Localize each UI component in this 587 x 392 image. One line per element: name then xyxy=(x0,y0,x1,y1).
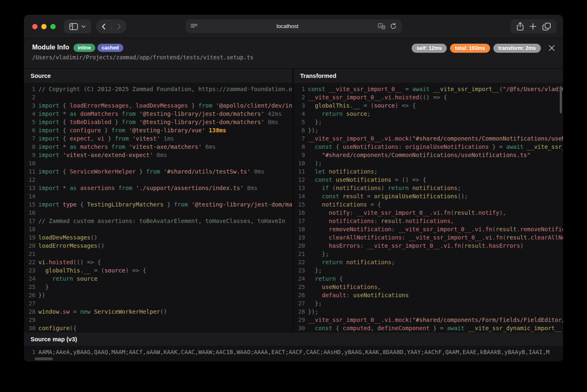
line-number: 29 xyxy=(294,316,305,324)
line-number: 27 xyxy=(24,299,35,307)
line-number: 12 xyxy=(24,176,35,184)
sourcemap-mappings: AAMA;AAeA,yBAAG,QAAQ,MAAM;AACf,aAAW,KAAK… xyxy=(38,348,549,356)
minimize-window-button[interactable] xyxy=(41,24,47,29)
line-number: 13 xyxy=(294,184,305,192)
nav-buttons xyxy=(96,19,127,33)
code-line: 5 }; xyxy=(294,118,563,126)
chevron-left-icon xyxy=(101,23,106,30)
code-line: 13 if (notifications) return notificatio… xyxy=(294,184,563,192)
code-line: 19 clearAllNotifications: __vite_ssr_imp… xyxy=(294,233,563,242)
line-number: 5 xyxy=(24,118,35,126)
code-line: 8 const { useNotifications: originalUseN… xyxy=(294,143,563,151)
source-code-view: 1// Copyright (C) 2012-2025 Zammad Found… xyxy=(24,83,292,332)
line-number: 7 xyxy=(24,134,35,143)
line-number: 21 xyxy=(24,250,35,258)
code-line: 16 notify: __vite_ssr_import_0__.vi.fn(r… xyxy=(294,209,563,217)
code-line: 7__vite_ssr_import_0__.vi.mock("#shared/… xyxy=(294,134,563,143)
code-line: 5import { toBeDisabled } from '@testing-… xyxy=(24,118,292,126)
code-line: 20 hasErrors: __vite_ssr_import_0__.vi.f… xyxy=(294,242,563,250)
line-number: 30 xyxy=(24,324,35,332)
vertical-scrollbar-thumb[interactable] xyxy=(560,86,562,113)
line-number: 9 xyxy=(294,151,305,159)
page-title: Module Info xyxy=(32,44,69,51)
reload-button[interactable] xyxy=(390,23,397,30)
code-line: 14 xyxy=(24,192,292,200)
line-number: 19 xyxy=(24,233,35,242)
line-number: 25 xyxy=(24,283,35,291)
sourcemap-view: 1 AAMA;AAeA,yBAAG,QAAQ,MAAM;AACf,aAAW,KA… xyxy=(24,346,563,361)
back-button[interactable] xyxy=(101,23,106,30)
sidebar-icon xyxy=(69,23,78,30)
reader-icon xyxy=(191,23,198,29)
line-number: 11 xyxy=(24,167,35,176)
code-line: 15import type { TestingLibraryMatchers }… xyxy=(24,200,292,209)
code-line: 30configure({ xyxy=(24,324,292,332)
forward-button[interactable] xyxy=(117,23,121,30)
module-file-path: /Users/vladimir/Projects/zammad/app/fron… xyxy=(32,54,555,61)
code-line: 29__vite_ssr_import_0__.vi.mock("#shared… xyxy=(294,316,563,324)
code-line: 4 return source; xyxy=(294,110,563,118)
line-number: 23 xyxy=(294,266,305,275)
code-line: 9import 'vitest-axe/extend-expect' 0ms xyxy=(24,151,292,159)
share-button[interactable] xyxy=(516,22,524,31)
code-line: 24 return source xyxy=(24,275,292,283)
transformed-panel-title: Transformed xyxy=(294,69,563,83)
code-line: 1const __vite_ssr_import_0__ = await __v… xyxy=(294,85,563,93)
timing-badge: self: 12ms xyxy=(412,44,447,53)
translate-icon[interactable]: A a xyxy=(378,23,386,30)
close-panel-button[interactable] xyxy=(547,43,557,53)
code-line: 13import * as assertions from './support… xyxy=(24,184,292,192)
address-bar[interactable]: localhost A a xyxy=(186,19,402,33)
close-icon xyxy=(548,45,555,52)
line-number: 26 xyxy=(294,291,305,299)
code-line: 15 notifications = { xyxy=(294,200,563,209)
code-line: 6import { configure } from '@testing-lib… xyxy=(24,126,292,134)
code-panels: Source 1// Copyright (C) 2012-2025 Zamma… xyxy=(24,68,563,332)
code-line: 2__vite_ssr_import_0__.vi.hoisted(() => … xyxy=(294,93,563,101)
line-number: 2 xyxy=(294,93,305,101)
sidebar-toggle-button[interactable] xyxy=(64,19,91,33)
horizontal-scrollbar-thumb[interactable] xyxy=(35,357,53,360)
module-badge: cached xyxy=(97,44,123,52)
line-number: 5 xyxy=(294,118,305,126)
code-line: 18 xyxy=(24,225,292,233)
code-line: 18 removeNotification: __vite_ssr_import… xyxy=(294,225,563,233)
code-line: 21 xyxy=(24,250,292,258)
line-number: 4 xyxy=(294,110,305,118)
toolbar-right-buttons xyxy=(510,19,556,33)
desktop-background: localhost A a xyxy=(0,0,587,392)
line-number: 26 xyxy=(24,291,35,299)
sourcemap-title: Source map (v3) xyxy=(24,332,563,346)
line-number: 17 xyxy=(24,217,35,225)
line-number: 8 xyxy=(294,143,305,151)
close-window-button[interactable] xyxy=(32,24,38,29)
code-line: 12 const useNotifications = () => { xyxy=(294,176,563,184)
timing-badges: self: 12mstotal: 193mstransform: 2ms xyxy=(412,44,541,53)
browser-toolbar: localhost A a xyxy=(24,15,563,38)
code-line: 22vi.hoisted(() => { xyxy=(24,258,292,266)
module-badges: inline cached xyxy=(73,44,123,51)
code-line: 24 return { xyxy=(294,275,563,283)
line-number: 14 xyxy=(294,192,305,200)
line-number: 16 xyxy=(294,209,305,217)
line-number: 15 xyxy=(24,200,35,209)
code-line: 10 xyxy=(24,159,292,167)
line-number: 14 xyxy=(24,192,35,200)
zoom-window-button[interactable] xyxy=(50,24,56,29)
code-line: 29 xyxy=(24,316,292,324)
line-number: 1 xyxy=(294,85,305,93)
line-number: 4 xyxy=(24,110,35,118)
line-number: 28 xyxy=(24,307,35,316)
new-tab-button[interactable] xyxy=(530,23,536,30)
code-line: 23 }; xyxy=(294,266,563,275)
code-line: 19loadDevMessages() xyxy=(24,233,292,242)
code-line: 28window.sw = new ServiceWorkerHelper() xyxy=(24,307,292,316)
line-number: 22 xyxy=(294,258,305,266)
tabs-icon xyxy=(542,23,551,31)
module-info-header: Module Info inline cached /Users/vladimi… xyxy=(24,38,563,68)
window-controls xyxy=(32,24,56,29)
tab-overview-button[interactable] xyxy=(542,23,551,31)
code-line: 2 xyxy=(24,93,292,101)
line-number: 9 xyxy=(24,151,35,159)
line-number: 1 xyxy=(24,85,35,93)
